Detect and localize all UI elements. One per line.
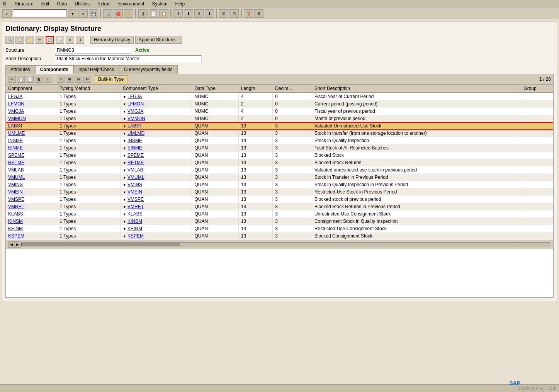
menu-structure[interactable]: Structure bbox=[15, 1, 34, 7]
short-desc-label: Short Description bbox=[5, 56, 52, 61]
cell-typing: 1 Types bbox=[57, 232, 120, 240]
table-row[interactable]: KEINM1 Types▼ KEINMQUAN133Restricted-Use… bbox=[6, 225, 553, 232]
action-btn-7[interactable]: ≡ bbox=[66, 36, 74, 44]
cell-typing: 1 Types bbox=[57, 181, 120, 188]
cell-comp-type: ▼ VMRET bbox=[120, 203, 192, 210]
action-btn-5-highlighted[interactable]: 🔄 bbox=[46, 36, 54, 44]
move-icon[interactable]: ↕ bbox=[44, 76, 51, 83]
cell-data-type: NUMC bbox=[192, 100, 238, 108]
dropdown-arrow[interactable]: ▼ bbox=[68, 9, 77, 18]
cell-component: VMMON bbox=[6, 115, 57, 122]
table-row[interactable]: UMLME1 Types▼ UMLMDQUAN133Stock in trans… bbox=[6, 130, 553, 137]
layout2-button[interactable]: ⊟ bbox=[229, 9, 239, 18]
table-row[interactable]: LABST1 Types▼ LABSTQUAN133Valuated Unres… bbox=[6, 122, 553, 130]
table-view-icon[interactable]: ⊞ bbox=[66, 76, 73, 83]
save-button[interactable]: 💾 bbox=[89, 9, 98, 18]
paste-icon[interactable]: 📄 bbox=[26, 76, 34, 83]
table-row[interactable]: VMRET1 Types▼ VMRETQUAN133Blocked Stock … bbox=[6, 203, 553, 210]
table-row[interactable]: KSPEM1 Types▼ KSPEMQUAN133Blocked Consig… bbox=[6, 232, 553, 240]
table-row[interactable]: KLABS1 Types▼ KLABSQUAN133Unrestricted-U… bbox=[6, 210, 553, 218]
cell-data-type: QUAN bbox=[192, 203, 238, 210]
settings-icon[interactable]: ⚙ bbox=[83, 76, 91, 83]
table-view2-icon[interactable]: ⊟ bbox=[75, 76, 82, 83]
help-button[interactable]: ❓ bbox=[244, 9, 253, 18]
structure-value: RMMG3 bbox=[55, 47, 132, 54]
table-row[interactable]: SPEME1 Types▼ SPEMEQUAN133Blocked Stock bbox=[6, 152, 553, 159]
cell-data-type: QUAN bbox=[192, 218, 238, 225]
table-row[interactable]: VMUML1 Types▼ VMUMLQUAN133Stock in Trans… bbox=[6, 174, 553, 181]
menu-extras[interactable]: Extras bbox=[97, 1, 110, 7]
delete-icon[interactable]: 🗑 bbox=[35, 76, 42, 83]
cell-short-desc: Fiscal Year of Current Period bbox=[312, 93, 521, 100]
print3-button[interactable]: 📋 bbox=[159, 9, 168, 18]
action-btn-6[interactable]: 📊 bbox=[56, 36, 64, 44]
cut-icon[interactable]: ✂ bbox=[8, 76, 16, 83]
separator bbox=[100, 9, 101, 18]
table-row[interactable]: VMLAB1 Types▼ VMLABQUAN133Valuated unres… bbox=[6, 166, 553, 174]
menu-environment[interactable]: Environment bbox=[118, 1, 144, 7]
table-row[interactable]: VMEIN1 Types▼ VMEINQUAN133Restricted-Use… bbox=[6, 188, 553, 196]
layout-button[interactable]: ⊞ bbox=[219, 9, 228, 18]
menu-help[interactable]: Help bbox=[175, 1, 185, 7]
cell-comp-type: ▼ VMLAB bbox=[120, 166, 192, 174]
settings-button[interactable]: 🖥 bbox=[254, 9, 263, 18]
table-row[interactable]: LFMON1 Types▼ LFMONNUMC20Current period … bbox=[6, 100, 553, 108]
filter-icon[interactable]: ▽ bbox=[57, 76, 65, 83]
cell-decim: 0 bbox=[273, 100, 312, 108]
table-row[interactable]: LFGJA1 Types▼ LFGJANUMC40Fiscal Year of … bbox=[6, 93, 553, 100]
upload-button[interactable]: ⬆ bbox=[173, 9, 183, 18]
scroll-right[interactable]: ▶ bbox=[14, 241, 20, 248]
action-btn-8[interactable]: ℹ bbox=[76, 36, 84, 44]
table-row[interactable]: KINSM1 Types▼ KINSMQUAN133Consignment St… bbox=[6, 218, 553, 225]
cell-component: LFGJA bbox=[6, 93, 57, 100]
cell-comp-type: ▼ INSME bbox=[120, 137, 192, 144]
tab-attributes[interactable]: Attributes bbox=[5, 65, 35, 74]
scroll-left[interactable]: ◀ bbox=[8, 241, 14, 248]
cell-typing: 1 Types bbox=[57, 144, 120, 152]
cell-length: 13 bbox=[238, 174, 273, 181]
second-toolbar: 🔍 📋 📁 ✏ 🔄 📊 ≡ ℹ Hierarchy Display Append… bbox=[5, 36, 554, 44]
action-btn-2[interactable]: 📋 bbox=[15, 36, 24, 44]
scroll-track[interactable] bbox=[21, 243, 550, 246]
download-button[interactable]: ⬇ bbox=[184, 9, 193, 18]
copy-icon[interactable]: 📋 bbox=[17, 76, 25, 83]
table-row[interactable]: RETME1 Types▼ RETMEQUAN133Blocked Stock … bbox=[6, 159, 553, 166]
download2-button[interactable]: ⬇ bbox=[205, 9, 214, 18]
action-btn-1[interactable]: 🔍 bbox=[5, 36, 14, 44]
cell-decim: 3 bbox=[273, 122, 312, 130]
cell-decim: 3 bbox=[273, 232, 312, 240]
main-toolbar: ✓ ▼ « 💾 🔍 ⛔ ↺ 🖨 📄 📋 ⬆ ⬇ ⬆ ⬇ ⊞ ⊟ ❓ 🖥 bbox=[0, 8, 559, 19]
tab-components[interactable]: Components bbox=[35, 65, 73, 74]
cell-decim: 3 bbox=[273, 210, 312, 218]
cell-group bbox=[521, 115, 553, 122]
back-button[interactable]: ✓ bbox=[2, 9, 12, 18]
col-component: Component bbox=[6, 85, 57, 93]
tab-input-help[interactable]: Input Help/Check bbox=[73, 65, 119, 74]
print-button[interactable]: 🖨 bbox=[138, 9, 148, 18]
table-row[interactable]: EINME1 Types▼ EINMEQUAN133Total Stock of… bbox=[6, 144, 553, 152]
table-row[interactable]: VMSPE1 Types▼ VMSPEQUAN133Blocked stock … bbox=[6, 196, 553, 203]
table-row[interactable]: INSME1 Types▼ INSMEQUAN133Stock in Quali… bbox=[6, 137, 553, 144]
tab-currency[interactable]: Currency/quantity fields bbox=[119, 65, 177, 74]
command-field[interactable] bbox=[13, 9, 67, 18]
menu-edit[interactable]: Edit bbox=[41, 1, 49, 7]
title-bar: 🖥 Structure Edit Goto Utilities Extras E… bbox=[0, 0, 559, 8]
hierarchy-display-btn[interactable]: Hierarchy Display bbox=[90, 36, 134, 44]
nav-prev[interactable]: « bbox=[78, 9, 88, 18]
cell-group bbox=[521, 210, 553, 218]
print2-button[interactable]: 📄 bbox=[149, 9, 158, 18]
append-structure-btn[interactable]: Append Structure... bbox=[135, 36, 182, 44]
action-btn-3[interactable]: 📁 bbox=[25, 36, 34, 44]
refresh-button[interactable]: ↺ bbox=[124, 9, 133, 18]
menu-utilities[interactable]: Utilities bbox=[75, 1, 90, 7]
cell-group bbox=[521, 130, 553, 137]
menu-goto[interactable]: Goto bbox=[57, 1, 67, 7]
upload2-button[interactable]: ⬆ bbox=[194, 9, 204, 18]
find-button[interactable]: 🔍 bbox=[103, 9, 112, 18]
table-row[interactable]: VMGJA1 Types▼ VMGJANUMC40Fiscal year of … bbox=[6, 108, 553, 115]
action-btn-4[interactable]: ✏ bbox=[36, 36, 44, 44]
table-row[interactable]: VMMON1 Types▼ VMMONNUMC20Month of previo… bbox=[6, 115, 553, 122]
table-row[interactable]: VMINS1 Types▼ VMINSQUAN133Stock in Quali… bbox=[6, 181, 553, 188]
menu-system[interactable]: System bbox=[152, 1, 167, 7]
stop-button[interactable]: ⛔ bbox=[114, 9, 123, 18]
